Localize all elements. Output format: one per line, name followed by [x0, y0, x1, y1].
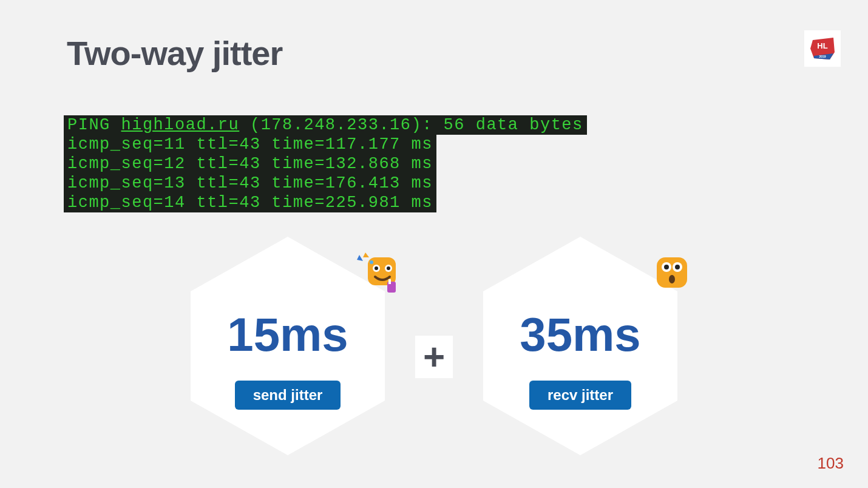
svg-text:HL: HL: [817, 41, 827, 50]
party-emoji-icon: [354, 249, 403, 297]
svg-point-18: [664, 265, 669, 269]
ping-line: icmp_seq=13 ttl=43 time=176.413 ms: [64, 174, 436, 193]
svg-text:2019: 2019: [819, 55, 826, 58]
slide-title: Two-way jitter: [67, 33, 282, 73]
svg-rect-14: [388, 279, 391, 284]
ping-line: icmp_seq=11 ttl=43 time=117.177 ms: [64, 135, 436, 154]
ping-line-header: PING highload.ru (178.248.233.16): 56 da…: [64, 115, 587, 135]
recv-jitter-label: recv jitter: [529, 381, 631, 410]
hl-logo: HL 2019: [804, 30, 841, 67]
send-jitter-label: send jitter: [235, 381, 341, 410]
recv-jitter-value: 35ms: [520, 307, 641, 362]
ping-line: icmp_seq=12 ttl=43 time=132.868 ms: [64, 154, 436, 174]
ping-output: PING highload.ru (178.248.233.16): 56 da…: [64, 115, 587, 212]
svg-point-9: [375, 266, 378, 270]
surprised-emoji-icon: [647, 249, 696, 297]
ping-line: icmp_seq=14 ttl=43 time=225.981 ms: [64, 193, 436, 212]
page-number: 103: [818, 454, 844, 473]
svg-marker-5: [357, 255, 363, 261]
svg-point-20: [675, 265, 680, 269]
svg-marker-6: [363, 252, 369, 257]
jitter-cards: 15ms send jitter + 35ms recv jitter: [0, 231, 868, 461]
svg-point-21: [669, 275, 675, 283]
svg-point-12: [370, 260, 373, 264]
recv-jitter-card: 35ms recv jitter: [471, 231, 690, 461]
send-jitter-card: 15ms send jitter: [178, 231, 397, 461]
svg-point-11: [387, 266, 390, 270]
plus-operator: +: [415, 336, 453, 378]
send-jitter-value: 15ms: [227, 307, 348, 362]
